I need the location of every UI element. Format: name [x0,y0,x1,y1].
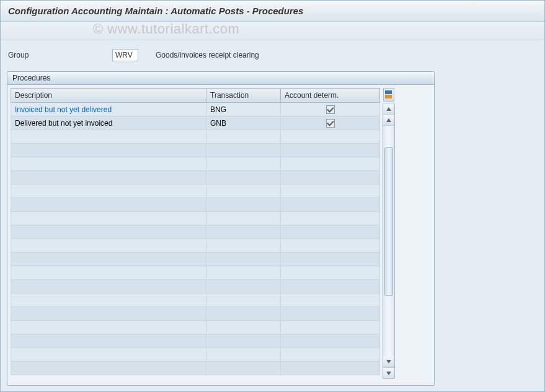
cell-empty[interactable] [281,321,380,334]
scroll-track[interactable] [383,126,394,356]
cell-description[interactable]: Delivered but not yet invoiced [11,116,206,130]
cell-empty[interactable] [11,171,206,185]
table-row[interactable] [11,130,380,144]
table-row[interactable]: Invoiced but not yet deliveredBNG [11,103,380,116]
table-row[interactable] [11,266,380,280]
cell-empty[interactable] [206,253,281,266]
cell-empty[interactable] [281,266,380,280]
vertical-scrollbar[interactable] [383,103,395,379]
cell-empty[interactable] [281,348,380,362]
cell-empty[interactable] [281,198,380,212]
cell-empty[interactable] [281,157,380,171]
cell-empty[interactable] [11,266,206,280]
col-header-transaction[interactable]: Transaction [206,89,281,103]
table-row[interactable] [11,321,380,334]
cell-empty[interactable] [11,225,206,239]
cell-empty[interactable] [11,212,206,225]
cell-empty[interactable] [206,185,281,198]
table-row[interactable] [11,239,380,253]
cell-account-determ[interactable] [281,103,380,116]
table-row[interactable] [11,362,380,375]
chevron-down-icon [386,360,391,364]
table-row[interactable] [11,225,380,239]
cell-empty[interactable] [206,198,281,212]
cell-empty[interactable] [206,130,281,144]
cell-empty[interactable] [281,362,380,375]
cell-empty[interactable] [11,198,206,212]
cell-empty[interactable] [281,334,380,348]
cell-empty[interactable] [281,294,380,307]
group-input[interactable] [112,49,138,61]
cell-empty[interactable] [206,225,281,239]
cell-empty[interactable] [11,294,206,307]
toolbar [1,22,544,40]
col-header-account-determ[interactable]: Account determ. [281,89,380,103]
cell-description[interactable]: Invoiced but not yet delivered [11,103,206,116]
chevron-up-icon [386,118,391,122]
cell-empty[interactable] [281,185,380,198]
table-row[interactable] [11,307,380,321]
checkbox-icon[interactable] [326,105,335,114]
cell-empty[interactable] [206,144,281,157]
cell-empty[interactable] [206,321,281,334]
cell-empty[interactable] [11,321,206,334]
cell-empty[interactable] [11,185,206,198]
table-config-icon[interactable] [383,88,394,102]
col-header-description[interactable]: Description [11,89,206,103]
cell-empty[interactable] [206,307,281,321]
cell-empty[interactable] [11,307,206,321]
table-row[interactable] [11,280,380,294]
table-row[interactable] [11,253,380,266]
cell-empty[interactable] [281,130,380,144]
cell-empty[interactable] [11,362,206,375]
cell-empty[interactable] [206,239,281,253]
cell-empty[interactable] [11,157,206,171]
cell-empty[interactable] [281,144,380,157]
table-row[interactable] [11,157,380,171]
cell-empty[interactable] [206,266,281,280]
cell-empty[interactable] [281,280,380,294]
cell-transaction[interactable]: GNB [206,116,281,130]
checkbox-icon[interactable] [326,119,335,128]
cell-empty[interactable] [281,307,380,321]
procedures-panel: Procedures Description Transaction Accou… [7,71,435,386]
chevron-up-icon [386,107,391,111]
cell-transaction[interactable]: BNG [206,103,281,116]
table-row[interactable] [11,294,380,307]
cell-empty[interactable] [281,239,380,253]
cell-empty[interactable] [206,294,281,307]
table-row[interactable] [11,185,380,198]
scroll-thumb[interactable] [384,147,393,296]
cell-empty[interactable] [206,334,281,348]
table-row[interactable] [11,198,380,212]
group-label: Group [7,51,112,59]
table-row[interactable]: Delivered but not yet invoicedGNB [11,116,380,130]
cell-empty[interactable] [206,171,281,185]
table-row[interactable] [11,334,380,348]
scroll-up-line-button[interactable] [383,115,394,126]
cell-empty[interactable] [11,280,206,294]
cell-empty[interactable] [281,212,380,225]
cell-empty[interactable] [281,171,380,185]
cell-empty[interactable] [11,348,206,362]
cell-empty[interactable] [206,280,281,294]
scroll-down-button[interactable] [383,367,394,378]
cell-empty[interactable] [281,225,380,239]
scroll-down-line-button[interactable] [383,356,394,367]
cell-empty[interactable] [206,157,281,171]
table-row[interactable] [11,144,380,157]
scroll-up-button[interactable] [383,103,394,115]
cell-empty[interactable] [11,334,206,348]
cell-empty[interactable] [206,362,281,375]
cell-account-determ[interactable] [281,116,380,130]
cell-empty[interactable] [11,144,206,157]
table-row[interactable] [11,212,380,225]
cell-empty[interactable] [11,239,206,253]
cell-empty[interactable] [11,253,206,266]
cell-empty[interactable] [206,348,281,362]
cell-empty[interactable] [206,212,281,225]
table-row[interactable] [11,171,380,185]
cell-empty[interactable] [281,253,380,266]
table-row[interactable] [11,348,380,362]
cell-empty[interactable] [11,130,206,144]
